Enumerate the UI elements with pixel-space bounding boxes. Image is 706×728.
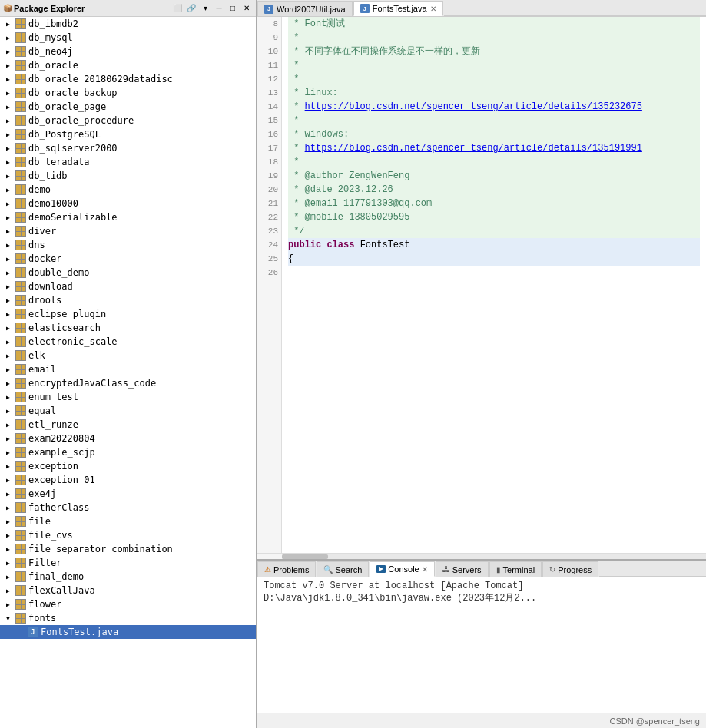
tab-fontstest[interactable]: J FontsTest.java ✕ [353, 1, 443, 16]
arrow-icon: ▶ [6, 422, 15, 429]
arrow-icon: ▶ [6, 200, 15, 207]
tree-item[interactable]: ▶ db_teradata [0, 155, 256, 169]
tree-item[interactable]: ▶ file_separator_combination [0, 542, 256, 556]
tree-item[interactable]: ▶ elasticsearch [0, 321, 256, 335]
arrow-icon: ▶ [6, 187, 15, 194]
tree-item[interactable]: ▶ dns [0, 238, 256, 252]
tab-progress[interactable]: ↻ Progress [542, 561, 598, 577]
link-with-editor-icon[interactable]: 🔗 [185, 2, 197, 15]
tree-item-label: diver [28, 226, 56, 237]
status-bar: CSDN @spencer_tseng [257, 713, 706, 728]
pkg-icon [15, 364, 26, 375]
tree-item[interactable]: ▶ file_cvs [0, 528, 256, 542]
tree-item[interactable]: ▶ demoSerializable [0, 210, 256, 224]
tree-item[interactable]: ▶ drools [0, 293, 256, 307]
tree-item-label: Filter [28, 558, 61, 568]
tree-item[interactable]: ▶ final_demo [0, 570, 256, 584]
main-layout: 📦 Package Explorer ⬜ 🔗 ▾ ─ □ ✕ ▶ [0, 0, 706, 728]
tree-item[interactable]: ▶ exception [0, 459, 256, 473]
tree-item[interactable]: ▶ exe4j [0, 487, 256, 501]
console-close-icon[interactable]: ✕ [422, 565, 428, 574]
tree-item[interactable]: ▶ elk [0, 349, 256, 362]
pkg-icon [15, 392, 26, 402]
code-editor[interactable]: 8 9 10 11 12 13 14 15 16 17 18 19 20 21 [257, 17, 706, 553]
tree-item[interactable]: ▶ flower [0, 597, 256, 611]
tree-item[interactable]: ▶ demo [0, 183, 256, 197]
code-line-16: * windows: [288, 127, 700, 141]
tree-item[interactable]: ▶ exam20220804 [0, 432, 256, 445]
tree-item[interactable]: ▶ db_sqlserver2000 [0, 141, 256, 155]
tree-item[interactable]: ▶ flexCallJava [0, 584, 256, 597]
tree-item[interactable]: ▶ db_oracle_backup [0, 86, 256, 100]
tree-item[interactable]: ▶ Filter [0, 556, 256, 570]
arrow-icon: ▶ [6, 214, 15, 221]
tab-label: FontsTest.java [373, 4, 427, 13]
tree-item[interactable]: ▶ db_oracle_procedure [0, 114, 256, 127]
tab-console[interactable]: ▶ Console ✕ [370, 561, 434, 577]
tree-item[interactable]: ▶ email [0, 362, 256, 376]
server-icon: 🖧 [442, 565, 450, 574]
horizontal-scrollbar[interactable] [282, 554, 706, 559]
tree-item-label: example_scjp [28, 447, 95, 458]
arrow-icon: ▶ [6, 477, 15, 484]
close-panel-icon[interactable]: ✕ [240, 2, 253, 15]
tree-item-label: db_ibmdb2 [28, 18, 78, 29]
tab-terminal[interactable]: ▮ Terminal [489, 561, 542, 577]
tab-label: Servers [452, 565, 482, 574]
code-line-10: * 不同字体在不同操作系统是不一样的，更新 [288, 45, 700, 58]
pkg-icon [15, 544, 26, 554]
tab-label: Progress [558, 565, 592, 574]
tree-item[interactable]: ▶ etl_runze [0, 418, 256, 432]
tree-item[interactable]: ▶ encryptedJavaClass_code [0, 376, 256, 390]
view-menu-icon[interactable]: ▾ [199, 2, 211, 15]
tree-item[interactable]: ▶ electronic_scale [0, 335, 256, 349]
tab-servers[interactable]: 🖧 Servers [436, 561, 489, 577]
pkg-icon [15, 530, 26, 541]
tab-problems[interactable]: ⚠ Problems [257, 561, 316, 577]
maximize-panel-icon[interactable]: □ [227, 2, 239, 15]
arrow-icon: ▶ [6, 339, 15, 346]
tree-item-label: drools [28, 295, 61, 306]
tree-item[interactable]: ▶ enum_test [0, 390, 256, 404]
tree-item[interactable]: ▶ docker [0, 252, 256, 266]
tree-item[interactable]: ▶ equal [0, 404, 256, 418]
tree-item[interactable]: ▶ eclipse_plugin [0, 307, 256, 321]
tree-item-label: elk [28, 350, 45, 361]
tree-item[interactable]: ▶ db_neo4j [0, 45, 256, 58]
tree-item[interactable]: ▶ db_mysql [0, 31, 256, 45]
tab-close-icon[interactable]: ✕ [430, 5, 436, 13]
tree-item[interactable]: ▶ db_oracle_page [0, 100, 256, 114]
tab-word2007util[interactable]: J Word2007Util.java [257, 1, 353, 16]
tree-item-label: db_oracle_backup [28, 88, 118, 98]
tree-item[interactable]: ▶ file [0, 515, 256, 528]
arrow-icon: ▶ [6, 311, 15, 318]
pkg-icon [15, 198, 26, 209]
pkg-icon [15, 461, 26, 472]
right-panel: J Word2007Util.java J FontsTest.java ✕ 8 [257, 0, 706, 728]
tree-item[interactable]: ▶ demo10000 [0, 197, 256, 210]
tree-item-fonts[interactable]: ▼ fonts [0, 611, 256, 625]
tree-item-fontstest[interactable]: J FontsTest.java [0, 625, 256, 639]
collapse-all-icon[interactable]: ⬜ [171, 2, 184, 15]
tab-search[interactable]: 🔍 Search [317, 561, 369, 577]
tree-item[interactable]: ▶ example_scjp [0, 445, 256, 459]
tree-item[interactable]: ▶ download [0, 280, 256, 293]
arrow-icon: ▶ [6, 394, 15, 401]
tree-item[interactable]: ▶ db_ibmdb2 [0, 17, 256, 31]
package-tree[interactable]: ▶ db_ibmdb2 ▶ db_mysql ▶ [0, 17, 256, 728]
tree-item[interactable]: ▶ diver [0, 224, 256, 238]
minimize-panel-icon[interactable]: ─ [213, 2, 225, 15]
pkg-icon [15, 405, 26, 416]
tree-item[interactable]: ▶ exception_01 [0, 473, 256, 487]
tree-item[interactable]: ▶ db_oracle_20180629datadisc [0, 72, 256, 86]
pkg-icon [15, 281, 26, 292]
pkg-icon [15, 184, 26, 195]
pkg-icon [15, 613, 26, 624]
code-line-26 [288, 266, 700, 280]
tree-item[interactable]: ▶ double_demo [0, 266, 256, 280]
tree-item[interactable]: ▶ db_oracle [0, 58, 256, 72]
tree-item[interactable]: ▶ fatherClass [0, 501, 256, 515]
tree-item[interactable]: ▶ db_tidb [0, 169, 256, 183]
tree-item[interactable]: ▶ db_PostgreSQL [0, 127, 256, 141]
arrow-icon: ▶ [6, 131, 15, 138]
